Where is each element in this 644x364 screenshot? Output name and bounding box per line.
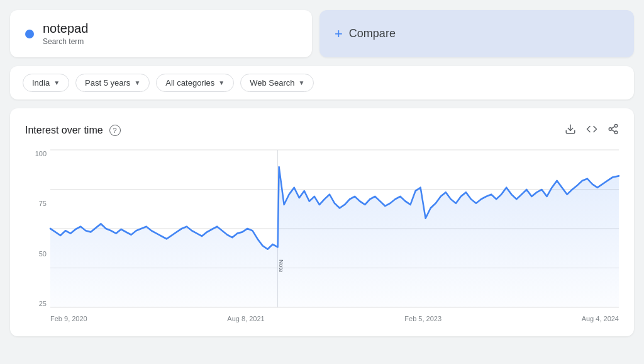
y-label-75: 75 xyxy=(39,200,47,207)
search-term-name: notepad xyxy=(43,21,88,36)
help-icon[interactable]: ? xyxy=(109,125,121,136)
trend-line-chart: Note xyxy=(50,150,619,307)
embed-icon[interactable] xyxy=(586,123,597,137)
svg-line-4 xyxy=(611,130,614,132)
y-label-25: 25 xyxy=(39,300,47,307)
chart-title-row: Interest over time ? xyxy=(25,125,121,136)
download-icon[interactable] xyxy=(565,123,576,137)
compare-label: Compare xyxy=(349,27,396,40)
x-label-1: Aug 8, 2021 xyxy=(227,315,264,322)
category-filter[interactable]: All categories ▼ xyxy=(156,74,234,92)
compare-plus-icon: + xyxy=(335,26,343,42)
category-filter-label: All categories xyxy=(165,78,214,88)
share-icon[interactable] xyxy=(608,123,619,137)
search-type-filter[interactable]: Web Search ▼ xyxy=(240,74,314,92)
chart-inner: Note xyxy=(50,150,619,307)
chart-title: Interest over time xyxy=(25,125,103,136)
search-term-card: notepad Search term xyxy=(10,10,312,57)
region-filter[interactable]: India ▼ xyxy=(23,74,69,92)
search-type-chevron-icon: ▼ xyxy=(299,79,305,86)
chart-card: Interest over time ? xyxy=(10,108,634,336)
category-chevron-icon: ▼ xyxy=(218,79,225,86)
region-filter-label: India xyxy=(32,78,50,88)
compare-card[interactable]: + Compare xyxy=(319,10,634,57)
search-term-dot xyxy=(25,30,34,38)
time-chevron-icon: ▼ xyxy=(134,79,140,86)
y-label-100: 100 xyxy=(35,150,47,157)
y-label-50: 50 xyxy=(39,250,47,258)
time-filter[interactable]: Past 5 years ▼ xyxy=(75,74,150,92)
chart-header: Interest over time ? xyxy=(25,123,619,137)
search-type-filter-label: Web Search xyxy=(250,78,294,88)
svg-marker-13 xyxy=(50,167,619,307)
filters-row: India ▼ Past 5 years ▼ All categories ▼ … xyxy=(10,66,634,100)
search-term-label: Search term xyxy=(43,37,88,46)
search-term-text: notepad Search term xyxy=(43,21,88,46)
x-label-2: Feb 5, 2023 xyxy=(404,315,441,322)
x-label-0: Feb 9, 2020 xyxy=(50,315,87,322)
chart-area: 100 75 50 25 Note xyxy=(25,150,619,326)
y-axis: 100 75 50 25 xyxy=(25,150,50,307)
region-chevron-icon: ▼ xyxy=(53,79,60,86)
x-label-3: Aug 4, 2024 xyxy=(582,315,619,322)
x-axis: Feb 9, 2020 Aug 8, 2021 Feb 5, 2023 Aug … xyxy=(50,311,619,326)
time-filter-label: Past 5 years xyxy=(85,78,130,88)
chart-actions xyxy=(565,123,619,137)
svg-line-5 xyxy=(611,127,614,128)
